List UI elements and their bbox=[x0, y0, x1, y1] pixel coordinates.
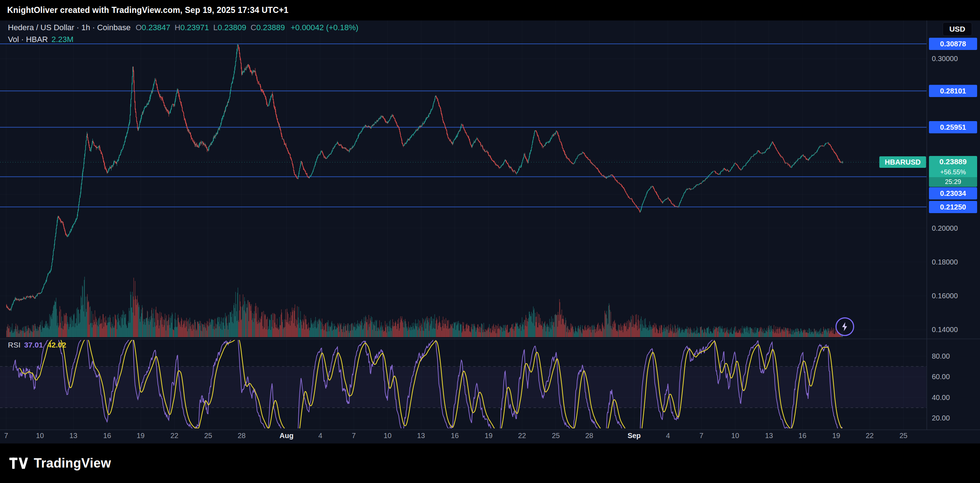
last-price-value: 0.23889 bbox=[929, 156, 977, 167]
symbol-title[interactable]: Hedera / US Dollar · 1h · Coinbase bbox=[8, 23, 130, 32]
last-price-label: 0.23889 +56.55% 25:29 bbox=[929, 156, 977, 187]
volume-legend[interactable]: Vol · HBAR 2.23M bbox=[8, 35, 73, 44]
rsi-axis-label: 60.00 bbox=[932, 373, 950, 381]
time-axis-label: 25 bbox=[899, 432, 907, 440]
time-axis-label: 19 bbox=[485, 432, 493, 440]
price-axis-label: 0.18000 bbox=[932, 258, 958, 266]
time-axis-label: 22 bbox=[518, 432, 526, 440]
rsi-label: RSI bbox=[8, 341, 21, 349]
ohlc-high: H0.23971 bbox=[175, 23, 209, 32]
volume-label: Vol · HBAR bbox=[8, 35, 48, 44]
time-axis-label: 10 bbox=[383, 432, 391, 440]
price-line-label: 0.21250 bbox=[929, 201, 977, 213]
price-axis-label: 0.30000 bbox=[932, 55, 958, 63]
price-line-label: 0.28101 bbox=[929, 85, 977, 97]
chart-canvas[interactable] bbox=[0, 0, 980, 483]
ohlc-low: L0.23809 bbox=[213, 23, 246, 32]
time-axis-label: 25 bbox=[204, 432, 212, 440]
time-axis-label: 16 bbox=[103, 432, 111, 440]
time-axis-label: 28 bbox=[238, 432, 245, 440]
tradingview-logo-icon[interactable] bbox=[10, 458, 28, 469]
time-axis-label: 10 bbox=[36, 432, 44, 440]
price-line-label: 0.23034 bbox=[929, 187, 977, 199]
lightning-icon bbox=[840, 321, 850, 332]
ohlc-open: O0.23847 bbox=[135, 23, 170, 32]
tradingview-chart-page: KnightOliver created with TradingView.co… bbox=[0, 0, 980, 483]
time-axis-label: 7 bbox=[4, 432, 8, 440]
last-price-change-pct: +56.55% bbox=[929, 167, 977, 177]
rsi-legend[interactable]: RSI 37.01 42.02 bbox=[8, 341, 66, 349]
time-axis-label: 22 bbox=[170, 432, 178, 440]
time-axis-label: 16 bbox=[799, 432, 807, 440]
time-axis-label: 19 bbox=[137, 432, 145, 440]
attribution-bar: KnightOliver created with TradingView.co… bbox=[0, 0, 980, 21]
time-axis-label: 19 bbox=[832, 432, 840, 440]
attribution-text: KnightOliver created with TradingView.co… bbox=[7, 5, 288, 15]
time-axis-label: 25 bbox=[552, 432, 560, 440]
rsi-ma-value: 42.02 bbox=[48, 341, 67, 349]
time-axis-label: 13 bbox=[765, 432, 773, 440]
price-line-label: 0.25951 bbox=[929, 121, 977, 133]
time-axis-label: 16 bbox=[451, 432, 459, 440]
time-axis-label: 28 bbox=[585, 432, 593, 440]
time-axis-label: 13 bbox=[69, 432, 77, 440]
time-axis-month-label: Aug bbox=[280, 432, 294, 440]
price-line-label: 0.30878 bbox=[929, 38, 977, 50]
footer-bar: TradingView bbox=[0, 443, 980, 483]
rsi-axis-label: 40.00 bbox=[932, 394, 950, 402]
quick-action-button[interactable] bbox=[835, 317, 854, 336]
symbol-price-chip: HBARUSD bbox=[879, 156, 926, 168]
time-axis-label: 7 bbox=[699, 432, 703, 440]
bar-countdown: 25:29 bbox=[929, 177, 977, 187]
rsi-axis-label: 80.00 bbox=[932, 352, 950, 361]
time-axis-month-label: Sep bbox=[628, 432, 641, 440]
time-axis-label: 4 bbox=[318, 432, 322, 440]
symbol-legend[interactable]: Hedera / US Dollar · 1h · Coinbase O0.23… bbox=[8, 23, 358, 32]
time-axis-label: 7 bbox=[352, 432, 356, 440]
currency-toggle-button[interactable]: USD bbox=[943, 22, 972, 36]
rsi-value: 37.01 bbox=[24, 341, 43, 349]
rsi-axis-label: 20.00 bbox=[932, 414, 950, 422]
time-axis-label: 4 bbox=[666, 432, 670, 440]
tradingview-wordmark[interactable]: TradingView bbox=[34, 456, 111, 471]
price-axis-label: 0.14000 bbox=[932, 326, 958, 334]
change-value: +0.00042 (+0.18%) bbox=[291, 23, 358, 32]
time-axis-label: 22 bbox=[865, 432, 873, 440]
price-axis-label: 0.20000 bbox=[932, 224, 958, 232]
time-axis-label: 13 bbox=[417, 432, 425, 440]
volume-value: 2.23M bbox=[51, 35, 73, 44]
price-axis-label: 0.16000 bbox=[932, 292, 958, 300]
ohlc-close: C0.23889 bbox=[251, 23, 285, 32]
time-axis-label: 10 bbox=[731, 432, 739, 440]
